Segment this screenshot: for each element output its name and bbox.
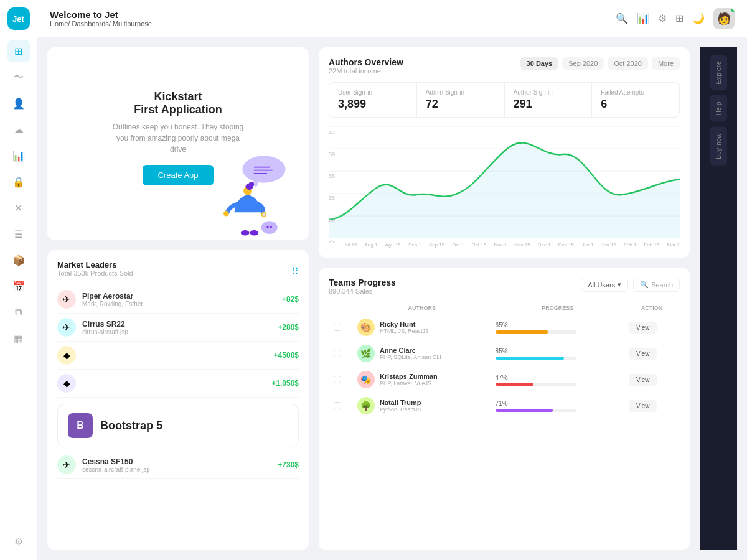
author-name: Anne Clarc <box>380 347 441 354</box>
explore-tab[interactable]: Explore <box>710 55 727 90</box>
progress-label: 85% <box>496 348 576 355</box>
tab-oct-2020[interactable]: Oct 2020 <box>608 57 648 70</box>
progress-track <box>496 357 576 360</box>
author-info: 🎭 Kristaps Zumman PHP, Laravel, VueJS <box>357 371 487 388</box>
buy-now-tab[interactable]: Buy now <box>710 127 727 166</box>
chart-area <box>329 126 680 241</box>
author-name: Natali Trump <box>380 399 421 406</box>
row-checkbox[interactable] <box>334 350 341 357</box>
col-action: ACTION <box>625 302 679 314</box>
teams-subtitle: 890,344 Sales <box>329 287 396 295</box>
sidebar-item-list[interactable]: ☰ <box>7 223 30 245</box>
market-icon-4: ◆ <box>57 374 76 393</box>
market-desc-5: cessna-aircraft-plane.jsp <box>82 466 278 473</box>
market-item: ◆ +1,050$ <box>57 370 299 398</box>
market-item-cessna: ✈ Cessna SF150 cessna-aircraft-plane.jsp… <box>57 451 299 479</box>
breadcrumb-home[interactable]: Home/ <box>50 20 70 27</box>
progress-track <box>496 409 576 412</box>
search-icon: 🔍 <box>640 281 649 289</box>
grid-icon[interactable]: ⊞ <box>675 12 684 24</box>
online-indicator <box>731 8 735 12</box>
settings-icon[interactable]: ⚙ <box>658 12 667 24</box>
chart-wrapper: 42 39 36 33 30 27 <box>329 126 680 248</box>
teams-header: Teams Progress 890,344 Sales All Users ▾… <box>329 278 680 295</box>
view-button[interactable]: View <box>629 348 657 360</box>
svg-point-16 <box>266 226 268 228</box>
market-value-3: +4500$ <box>274 351 299 360</box>
logo[interactable]: Jet <box>7 7 30 30</box>
tab-more[interactable]: More <box>652 57 680 70</box>
tab-group: 30 Days Sep 2020 Oct 2020 More <box>520 57 680 70</box>
tab-30-days[interactable]: 30 Days <box>520 57 559 70</box>
bar-chart-icon[interactable]: 📊 <box>637 12 649 24</box>
breadcrumb-current: Multipurpose <box>113 20 152 27</box>
sidebar: Jet ⊞ 〜 👤 ☁ 📊 🔒 ✕ ☰ 📦 📅 ⧉ ▦ ⚙ <box>0 0 37 560</box>
progress-track <box>496 383 576 386</box>
author-skills: HTML, JS, ReactJS <box>380 328 429 334</box>
row-checkbox[interactable] <box>334 324 341 331</box>
bootstrap-badge: B Bootstrap 5 <box>57 404 299 447</box>
bootstrap-text: Bootstrap 5 <box>100 419 162 432</box>
market-icon-5: ✈ <box>57 455 76 474</box>
svg-point-11 <box>241 230 250 236</box>
author-avatar: 🌳 <box>357 397 375 414</box>
sidebar-item-chart[interactable]: 📊 <box>7 144 30 167</box>
table-header-row: AUTHORS PROGRESS ACTION <box>330 302 679 314</box>
progress-bar: 85% <box>496 348 576 360</box>
table-row: 🌳 Natali Trump Python, ReactJS 71% <box>330 393 679 418</box>
teams-card: Teams Progress 890,344 Sales All Users ▾… <box>319 268 690 550</box>
view-button[interactable]: View <box>629 374 657 386</box>
author-avatar: 🎨 <box>357 319 375 336</box>
svg-point-7 <box>249 182 255 187</box>
market-more-icon[interactable]: ⠿ <box>291 266 299 278</box>
progress-bar: 71% <box>496 400 576 412</box>
sidebar-item-analytics[interactable]: 〜 <box>7 66 30 88</box>
help-tab[interactable]: Help <box>710 95 727 122</box>
sidebar-item-cloud[interactable]: ☁ <box>7 118 30 141</box>
sidebar-item-template[interactable]: ▦ <box>7 327 30 350</box>
sidebar-item-layers[interactable]: ⧉ <box>7 301 30 324</box>
tab-sep-2020[interactable]: Sep 2020 <box>562 57 604 70</box>
sidebar-item-users[interactable]: 👤 <box>7 92 30 114</box>
author-avatar: 🌿 <box>357 345 375 362</box>
svg-point-17 <box>270 226 272 228</box>
view-button[interactable]: View <box>629 400 657 412</box>
author-skills: PHP, SQLite, Artisan CLI <box>380 354 441 360</box>
moon-icon[interactable]: 🌙 <box>692 12 705 24</box>
sidebar-item-calendar[interactable]: 📅 <box>7 275 30 297</box>
all-users-select[interactable]: All Users ▾ <box>581 278 628 292</box>
row-checkbox[interactable] <box>334 402 341 409</box>
main-content: Welcome to Jet Home/ Dashboards/ Multipu… <box>37 0 747 560</box>
svg-point-13 <box>261 221 278 234</box>
header-right: 🔍 📊 ⚙ ⊞ 🌙 🧑 <box>616 8 735 29</box>
author-skills: PHP, Laravel, VueJS <box>380 380 438 386</box>
search-icon[interactable]: 🔍 <box>616 12 628 24</box>
avatar[interactable]: 🧑 <box>713 8 735 29</box>
authors-card: Authors Overview 22M total income 30 Day… <box>319 47 690 258</box>
left-column: Kickstart First Application Outlines kee… <box>47 47 309 550</box>
sidebar-item-lock[interactable]: 🔒 <box>7 170 30 193</box>
author-name: Ricky Hunt <box>380 320 429 328</box>
stat-user-signin: User Sign-in 3,899 <box>329 83 417 117</box>
sidebar-item-settings[interactable]: ⚙ <box>7 530 30 553</box>
market-leaders-title: Market Leaders <box>57 260 133 269</box>
stat-admin-signin: Admin Sign-in 72 <box>417 83 505 117</box>
stat-author-signin: Author Sign-in 291 <box>505 83 593 117</box>
col-progress: PROGRESS <box>492 302 624 314</box>
author-avatar: 🎭 <box>357 371 375 388</box>
sidebar-item-dashboard[interactable]: ⊞ <box>7 40 30 62</box>
breadcrumb-dashboards[interactable]: Dashboards/ <box>72 20 110 27</box>
teams-title: Teams Progress <box>329 278 396 287</box>
view-button[interactable]: View <box>629 322 657 334</box>
row-checkbox[interactable] <box>334 376 341 383</box>
teams-search[interactable]: 🔍 Search <box>633 278 680 292</box>
sidebar-item-box[interactable]: 📦 <box>7 249 30 271</box>
create-app-button[interactable]: Create App <box>143 165 213 185</box>
market-desc-1: Mark, Rowling, Esther <box>82 301 282 307</box>
table-row: 🌿 Anne Clarc PHP, SQLite, Artisan CLI 8 <box>330 341 679 366</box>
sidebar-item-close[interactable]: ✕ <box>7 197 30 219</box>
svg-point-10 <box>262 213 265 216</box>
market-value-1: +82$ <box>282 295 299 304</box>
breadcrumb: Home/ Dashboards/ Multipurpose <box>50 20 152 27</box>
chevron-down-icon: ▾ <box>618 281 621 289</box>
